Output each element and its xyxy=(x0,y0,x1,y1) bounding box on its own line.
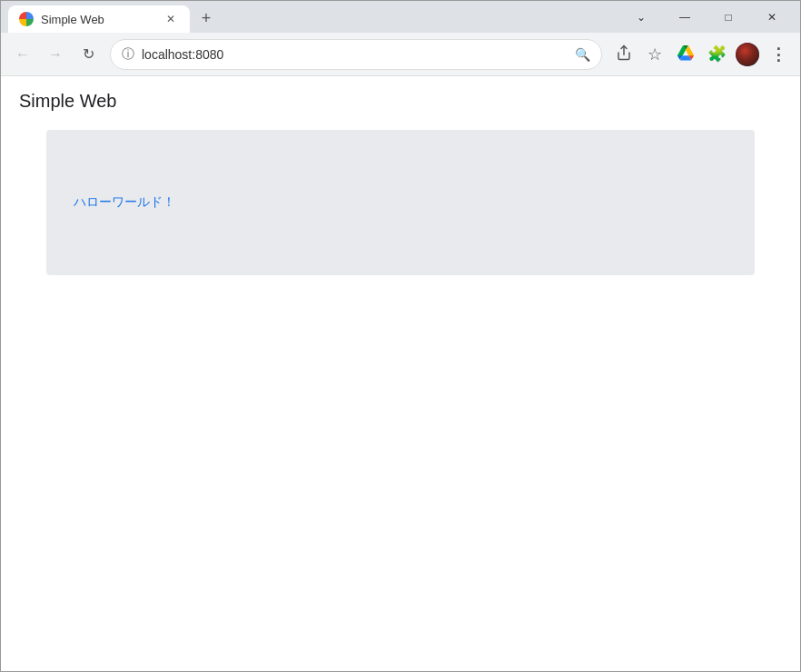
share-icon xyxy=(616,44,632,64)
share-button[interactable] xyxy=(609,40,638,69)
bookmark-icon: ☆ xyxy=(648,44,662,64)
info-icon: ⓘ xyxy=(122,46,134,63)
bookmark-button[interactable]: ☆ xyxy=(640,40,669,69)
new-tab-button[interactable]: + xyxy=(193,5,219,31)
reload-button[interactable]: ↻ xyxy=(74,40,103,69)
more-icon: ⋮ xyxy=(770,44,786,64)
toolbar-icons: ☆ 🧩 ⋮ xyxy=(609,40,793,69)
extensions-button[interactable]: 🧩 xyxy=(702,40,731,69)
title-bar: Simple Web ✕ + ⌄ — □ ✕ xyxy=(1,1,800,33)
title-bar-left: Simple Web ✕ + xyxy=(8,1,620,33)
google-drive-icon xyxy=(677,44,694,64)
window-controls: ⌄ — □ ✕ xyxy=(620,1,793,33)
close-icon: ✕ xyxy=(767,11,776,24)
forward-icon: → xyxy=(48,46,63,63)
chevron-down-icon: ⌄ xyxy=(637,11,646,24)
maximize-button[interactable]: □ xyxy=(707,1,749,33)
extensions-icon: 🧩 xyxy=(707,44,727,64)
reload-icon: ↻ xyxy=(83,45,94,63)
minimize-icon: — xyxy=(679,11,690,24)
minimize-button[interactable]: — xyxy=(664,1,706,33)
tab-favicon xyxy=(19,12,34,26)
back-button[interactable]: ← xyxy=(8,40,37,69)
browser-toolbar: ← → ↻ ⓘ 🔍 ☆ xyxy=(1,33,800,76)
url-input[interactable] xyxy=(142,47,568,62)
back-icon: ← xyxy=(15,46,30,63)
hello-world-text: ハローワールド！ xyxy=(74,194,175,211)
content-box: ハローワールド！ xyxy=(46,130,755,275)
tab-title: Simple Web xyxy=(41,13,155,26)
tab-area: Simple Web ✕ + xyxy=(8,1,620,33)
address-bar[interactable]: ⓘ 🔍 xyxy=(110,39,602,70)
page-title: Simple Web xyxy=(19,91,782,112)
profile-avatar xyxy=(736,43,759,66)
search-icon[interactable]: 🔍 xyxy=(575,47,590,62)
google-drive-button[interactable] xyxy=(671,40,700,69)
profile-button[interactable] xyxy=(733,40,762,69)
browser-tab[interactable]: Simple Web ✕ xyxy=(8,5,190,33)
tab-close-button[interactable]: ✕ xyxy=(163,11,179,27)
close-button[interactable]: ✕ xyxy=(751,1,793,33)
more-menu-button[interactable]: ⋮ xyxy=(764,40,793,69)
maximize-icon: □ xyxy=(725,11,731,24)
chevron-down-button[interactable]: ⌄ xyxy=(620,1,662,33)
page-content: Simple Web ハローワールド！ xyxy=(1,76,800,672)
avatar-image xyxy=(736,43,759,66)
forward-button[interactable]: → xyxy=(41,40,70,69)
